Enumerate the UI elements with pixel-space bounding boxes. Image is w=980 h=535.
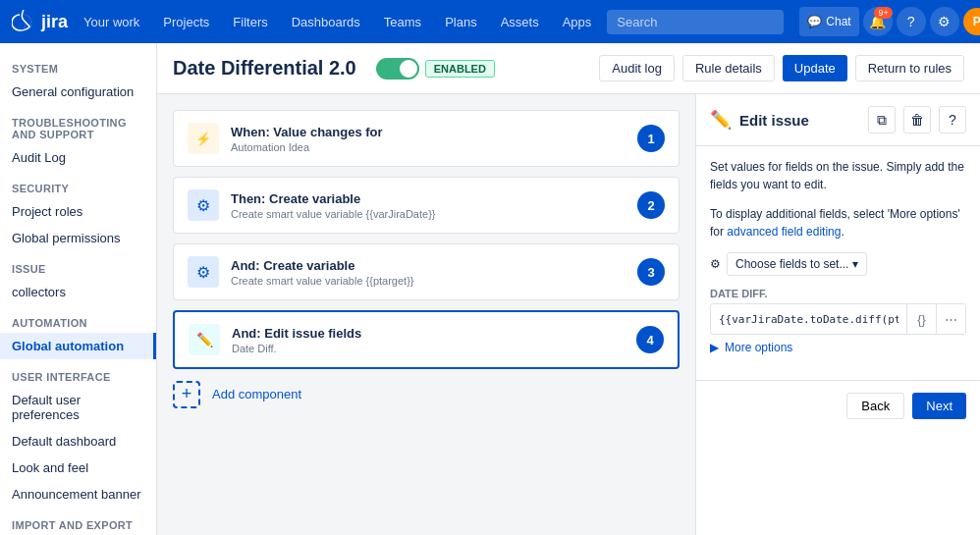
flow-area: ⚡ When: Value changes for Automation Ide… xyxy=(157,94,695,535)
avatar[interactable]: P xyxy=(963,8,980,35)
page-header: Date Differential 2.0 ENABLED Audit log … xyxy=(157,43,980,94)
step-2-sub: Create smart value variable {{varJiraDat… xyxy=(231,208,626,220)
audit-log-button[interactable]: Audit log xyxy=(599,55,675,81)
step-1-text: When: Value changes for Automation Idea xyxy=(231,125,626,153)
nav-dashboards[interactable]: Dashboards xyxy=(284,11,368,33)
step-4-icon: ✏️ xyxy=(189,324,220,355)
panel-delete-button[interactable]: 🗑 xyxy=(903,106,931,134)
sidebar-group-import-export: Import and export xyxy=(0,508,156,535)
panel-copy-button[interactable]: ⧉ xyxy=(868,106,896,134)
flow-step-2[interactable]: ⚙ Then: Create variable Create smart val… xyxy=(173,177,680,234)
chat-icon: 💬 xyxy=(807,15,822,28)
field-label: Date Diff. xyxy=(710,288,966,299)
sidebar-group-user-interface: User Interface xyxy=(0,359,156,387)
notifications-button[interactable]: 🔔 9+ xyxy=(863,7,893,36)
topnav-icons: 💬 Chat 🔔 9+ ? ⚙ P xyxy=(799,7,980,36)
panel-body: Set values for fields on the issue. Simp… xyxy=(696,146,980,372)
sidebar-item-announcement-banner[interactable]: Announcement banner xyxy=(0,481,156,508)
advanced-field-editing-link[interactable]: advanced field editing xyxy=(727,225,841,239)
sidebar-item-global-automation[interactable]: Global automation xyxy=(0,333,156,359)
chevron-right-icon: ▶ xyxy=(710,341,719,354)
sidebar-item-global-permissions[interactable]: Global permissions xyxy=(0,225,156,251)
chat-label: Chat xyxy=(826,15,850,28)
top-navigation: jira Your work Projects Filters Dashboar… xyxy=(0,0,980,43)
step-3-icon: ⚙ xyxy=(188,256,219,288)
choose-fields-dropdown[interactable]: Choose fields to set... ▾ xyxy=(727,252,867,276)
add-component-button[interactable]: Add component xyxy=(200,379,313,409)
logo[interactable]: jira xyxy=(12,10,68,33)
variable-icon-3: ⚙ xyxy=(196,263,210,282)
chevron-down-icon: ▾ xyxy=(852,257,858,271)
main-content: Date Differential 2.0 ENABLED Audit log … xyxy=(157,43,980,535)
step-3-title: And: Create variable xyxy=(231,258,626,273)
next-button[interactable]: Next xyxy=(912,393,966,419)
jira-logo-icon xyxy=(12,10,35,33)
nav-teams[interactable]: Teams xyxy=(376,11,429,33)
sidebar-item-project-roles[interactable]: Project roles xyxy=(0,198,156,225)
help-button[interactable]: ? xyxy=(897,7,926,36)
flow-step-1[interactable]: ⚡ When: Value changes for Automation Ide… xyxy=(173,110,680,167)
more-options-label: More options xyxy=(725,341,792,354)
code-input[interactable] xyxy=(711,307,906,332)
sidebar-group-issue: Issue xyxy=(0,251,156,279)
header-buttons: Audit log Rule details Update Return to … xyxy=(599,55,964,81)
nav-filters[interactable]: Filters xyxy=(225,11,275,33)
return-to-rules-button[interactable]: Return to rules xyxy=(855,55,964,81)
gear-choose-icon: ⚙ xyxy=(710,257,721,271)
chat-button[interactable]: 💬 Chat xyxy=(799,7,858,36)
step-2-title: Then: Create variable xyxy=(231,191,626,206)
panel-help-button[interactable]: ? xyxy=(939,106,966,134)
app-layout: System General configuration Troubleshoo… xyxy=(0,43,980,535)
page-title: Date Differential 2.0 xyxy=(173,57,356,80)
sidebar-item-audit-log[interactable]: Audit Log xyxy=(0,144,156,171)
step-2-num: 2 xyxy=(637,191,665,219)
sidebar-item-default-dashboard[interactable]: Default dashboard xyxy=(0,428,156,455)
choose-fields-label: Choose fields to set... xyxy=(735,257,848,271)
panel-title-bar: ✏️ Edit issue ⧉ 🗑 ? xyxy=(696,94,980,146)
add-component-row: + Add component xyxy=(173,379,680,409)
step-4-text: And: Edit issue fields Date Diff. xyxy=(232,326,625,354)
choose-fields-row[interactable]: ⚙ Choose fields to set... ▾ xyxy=(710,252,966,276)
sidebar-item-general-configuration[interactable]: General configuration xyxy=(0,79,156,105)
step-3-num: 3 xyxy=(637,258,665,286)
code-braces-button[interactable]: {} xyxy=(906,304,936,334)
notification-badge: 9+ xyxy=(874,7,892,19)
code-more-button[interactable]: ⋯ xyxy=(936,304,965,334)
settings-button[interactable]: ⚙ xyxy=(930,7,959,36)
sidebar-group-security: Security xyxy=(0,171,156,198)
toggle-knob xyxy=(400,60,417,78)
search-input[interactable] xyxy=(607,10,784,34)
add-component-icon: + xyxy=(173,381,200,408)
step-1-num: 1 xyxy=(637,125,665,152)
flow-step-4[interactable]: ✏️ And: Edit issue fields Date Diff. 4 xyxy=(173,310,680,369)
back-button[interactable]: Back xyxy=(846,393,904,419)
step-1-sub: Automation Idea xyxy=(231,141,626,153)
sidebar-item-default-user-preferences[interactable]: Default user preferences xyxy=(0,387,156,428)
nav-plans[interactable]: Plans xyxy=(437,11,485,33)
lightning-icon: ⚡ xyxy=(195,132,211,146)
flow-step-3[interactable]: ⚙ And: Create variable Create smart valu… xyxy=(173,243,680,300)
sidebar-item-look-and-feel[interactable]: Look and feel xyxy=(0,455,156,481)
nav-projects[interactable]: Projects xyxy=(155,11,217,33)
toggle-container: ENABLED xyxy=(376,58,495,80)
variable-icon-2: ⚙ xyxy=(196,196,210,215)
rule-details-button[interactable]: Rule details xyxy=(682,55,775,81)
nav-assets[interactable]: Assets xyxy=(493,11,547,33)
gear-icon: ⚙ xyxy=(938,14,951,29)
more-options-row[interactable]: ▶ More options xyxy=(710,335,966,360)
nav-your-work[interactable]: Your work xyxy=(76,11,147,33)
enabled-toggle[interactable] xyxy=(376,58,419,80)
panel-title: Edit issue xyxy=(739,112,860,129)
sidebar-item-collectors[interactable]: collectors xyxy=(0,279,156,305)
update-button[interactable]: Update xyxy=(783,55,847,81)
nav-apps[interactable]: Apps xyxy=(555,11,600,33)
code-field: {} ⋯ xyxy=(710,303,966,335)
sidebar-group-automation: Automation xyxy=(0,305,156,333)
step-4-title: And: Edit issue fields xyxy=(232,326,625,341)
step-2-icon: ⚙ xyxy=(188,189,219,221)
step-3-text: And: Create variable Create smart value … xyxy=(231,258,626,287)
step-1-title: When: Value changes for xyxy=(231,125,626,139)
edit-panel: ✏️ Edit issue ⧉ 🗑 ? Set values for field… xyxy=(695,94,980,535)
panel-description-2: To display additional fields, select 'Mo… xyxy=(710,205,966,241)
sidebar-group-system: System xyxy=(0,51,156,79)
